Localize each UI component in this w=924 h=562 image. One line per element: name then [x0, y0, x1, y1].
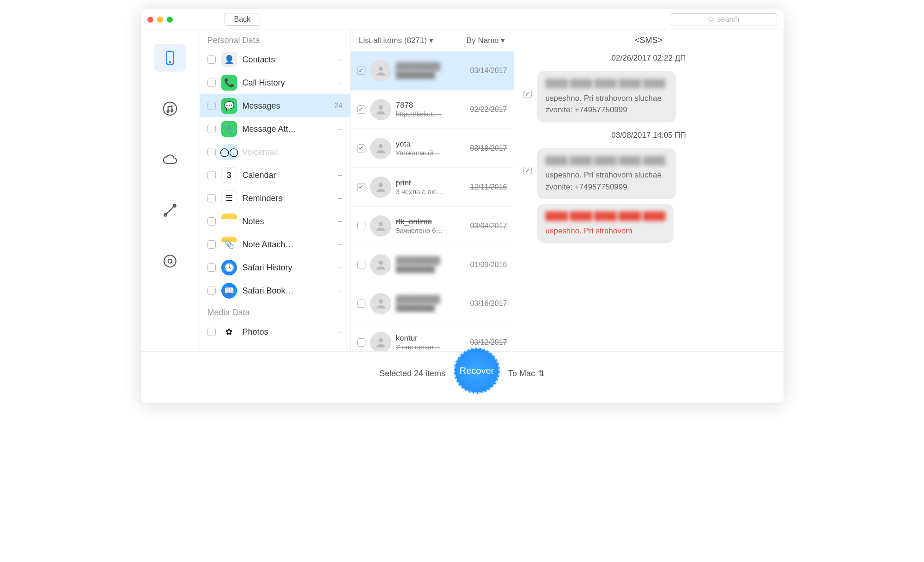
destination-select[interactable]: To Mac ⇅ [508, 368, 545, 379]
nav-device[interactable] [154, 44, 186, 72]
category-label: Message Att… [243, 124, 332, 134]
nav-icloud[interactable] [154, 146, 186, 173]
category-checkbox[interactable] [207, 263, 216, 272]
search-input[interactable]: search [671, 13, 777, 25]
category-count: -- [338, 125, 343, 133]
thread-item[interactable]: 7878https://ticket.…02/22/2017 [351, 90, 514, 129]
category-count: -- [338, 55, 343, 64]
category-list: Personal Data 👤Contacts--📞Call History--… [200, 30, 351, 351]
maximize-window-button[interactable] [167, 17, 173, 23]
filter-dropdown[interactable]: List all items (8271) ▾ [359, 36, 433, 45]
back-button[interactable]: Back [225, 13, 261, 26]
noteatt-icon: 📎 [221, 237, 237, 252]
thread-date: 03/04/2017 [470, 222, 507, 230]
thread-item[interactable]: yotaУважаемый…03/18/2017 [351, 129, 514, 168]
svg-point-10 [164, 255, 176, 267]
category-checkbox[interactable] [207, 287, 216, 295]
msgatt-icon: 📎 [221, 121, 237, 137]
message-text: uspeshno. Pri strahovom sluchae zvonite:… [546, 171, 662, 191]
timestamp: 03/08/2017 14:05 ПП [523, 131, 774, 140]
thread-preview: 3 чехла с лю… [396, 188, 466, 195]
category-contacts[interactable]: 👤Contacts-- [200, 48, 350, 71]
thread-checkbox[interactable] [357, 67, 365, 75]
thread-date: 01/09/2016 [470, 261, 507, 269]
nav-settings[interactable] [154, 247, 186, 275]
category-msgatt[interactable]: 📎Message Att…-- [200, 117, 350, 140]
svg-point-0 [709, 17, 712, 21]
category-photos[interactable]: ✿Photos-- [200, 320, 350, 343]
category-calendar[interactable]: 3Calendar-- [200, 164, 350, 187]
recover-button[interactable]: Recover [454, 348, 500, 394]
thread-checkbox[interactable] [357, 299, 365, 308]
blurred-text: ████ ████ ████ ████ ████ [546, 155, 668, 167]
category-checkbox[interactable] [207, 102, 216, 110]
minimize-window-button[interactable] [157, 17, 163, 23]
category-label: Voicemail [243, 147, 337, 157]
category-notes[interactable]: Notes-- [200, 210, 350, 233]
thread-checkbox[interactable] [357, 144, 365, 153]
category-checkbox[interactable] [207, 328, 216, 336]
blurred-text: ████ ████ ████ ████ ████ [546, 210, 666, 222]
thread-checkbox[interactable] [357, 261, 365, 269]
category-label: Reminders [243, 194, 332, 203]
chevron-updown-icon: ⇅ [538, 368, 545, 379]
category-checkbox[interactable] [207, 79, 216, 87]
thread-info: yotaУважаемый… [396, 140, 466, 157]
thread-info: print3 чехла с лю… [396, 178, 466, 195]
category-checkbox[interactable] [207, 171, 216, 179]
category-noteatt[interactable]: 📎Note Attach…-- [200, 233, 350, 256]
category-checkbox[interactable] [207, 125, 216, 133]
nav-itunes[interactable] [154, 95, 186, 122]
thread-item[interactable]: ████████████████03/14/2017 [351, 51, 514, 90]
thread-info: ████████████████ [396, 256, 466, 273]
thread-preview: ████████ [396, 265, 466, 273]
category-checkbox[interactable] [207, 194, 216, 202]
thread-item[interactable]: rtk_onlimeЗачислено 6…03/04/2017 [351, 207, 514, 245]
category-count: -- [338, 240, 343, 249]
message-checkbox[interactable] [523, 90, 532, 98]
thread-name: ████████ [396, 295, 466, 304]
category-callhistory[interactable]: 📞Call History-- [200, 71, 350, 94]
svg-point-14 [378, 183, 383, 187]
messages-icon: 💬 [221, 98, 237, 114]
search-placeholder: search [717, 15, 739, 24]
thread-checkbox[interactable] [357, 183, 365, 191]
svg-point-9 [168, 259, 172, 263]
category-label: Notes [243, 217, 332, 226]
thread-item[interactable]: print3 чехла с лю…12/11/2016 [351, 168, 514, 207]
svg-point-15 [378, 221, 383, 226]
footer: Selected 24 items Recover To Mac ⇅ [141, 351, 784, 395]
message-checkbox[interactable] [523, 167, 532, 175]
contacts-icon: 👤 [221, 52, 237, 67]
category-checkbox[interactable] [207, 240, 216, 249]
thread-date: 03/18/2017 [470, 144, 507, 153]
avatar-icon [370, 138, 391, 159]
svg-rect-2 [167, 51, 173, 64]
category-safaribook[interactable]: 📖Safari Book…-- [200, 279, 350, 302]
category-label: Safari History [243, 263, 332, 273]
close-window-button[interactable] [147, 17, 153, 23]
thread-checkbox[interactable] [357, 105, 365, 114]
category-voicemail[interactable]: ◯◯Voicemail [200, 140, 350, 164]
thread-date: 12/11/2016 [470, 183, 507, 191]
thread-item[interactable]: ████████████████03/16/2017 [351, 284, 514, 323]
thread-checkbox[interactable] [357, 222, 365, 230]
category-checkbox[interactable] [207, 55, 216, 64]
thread-item[interactable]: konturУ вас остал…03/12/2017 [351, 323, 514, 351]
nav-tools[interactable] [154, 196, 186, 224]
sort-dropdown[interactable]: By Name ▾ [467, 36, 505, 45]
category-checkbox[interactable] [207, 217, 216, 226]
category-messages[interactable]: 💬Messages24 [200, 94, 350, 117]
message-bubble: ████ ████ ████ ████ ████uspeshno. Pri st… [537, 148, 676, 200]
category-checkbox[interactable] [207, 148, 216, 156]
svg-point-5 [167, 110, 169, 112]
category-reminders[interactable]: ☰Reminders-- [200, 187, 350, 210]
thread-pane: List all items (8271) ▾ By Name ▾ ██████… [351, 30, 514, 351]
thread-date: 02/22/2017 [470, 105, 507, 114]
thread-preview: Зачислено 6… [396, 226, 466, 234]
category-safarihist[interactable]: 🕓Safari History-- [200, 256, 350, 279]
thread-item[interactable]: ████████████████01/09/2016 [351, 245, 514, 284]
thread-preview: Уважаемый… [396, 149, 466, 157]
thread-checkbox[interactable] [357, 338, 365, 347]
category-label: Photos [243, 327, 332, 337]
